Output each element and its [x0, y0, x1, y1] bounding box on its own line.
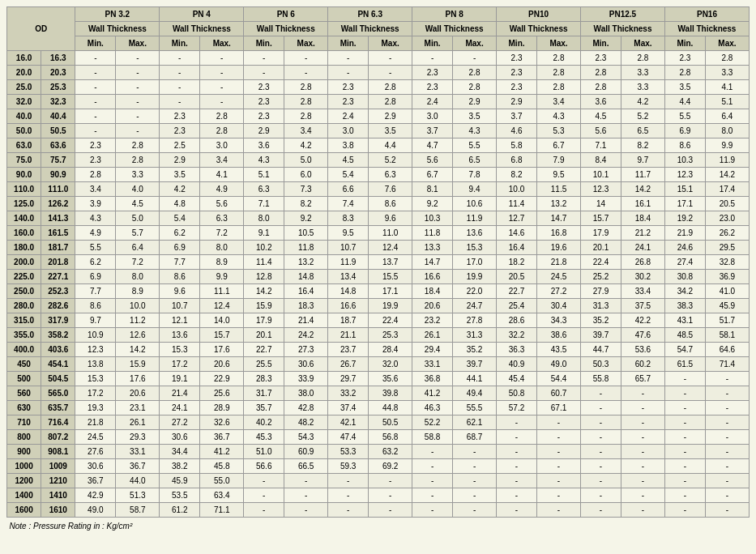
- data-cell: 2.8: [369, 95, 412, 109]
- data-cell: 14.2: [621, 182, 664, 197]
- table-row: 140.0141.34.35.05.46.38.09.28.39.610.311…: [7, 211, 750, 226]
- data-cell: 45.8: [200, 459, 244, 474]
- max-pn10: Max.: [536, 36, 580, 51]
- wt-pn63: Wall Thickness: [328, 22, 412, 36]
- data-cell: 57.2: [497, 401, 537, 416]
- data-cell: -: [621, 416, 664, 430]
- data-cell: 4.3: [453, 124, 497, 138]
- data-cell: 51.3: [116, 488, 160, 503]
- data-cell: -: [705, 459, 749, 474]
- min-pn4: Min.: [160, 36, 200, 51]
- data-cell: -: [412, 474, 453, 488]
- data-cell: 20.6: [200, 357, 244, 372]
- data-cell: -: [705, 386, 749, 401]
- data-cell: -: [705, 503, 749, 518]
- data-cell: 11.5: [536, 182, 580, 197]
- data-cell: 6.9: [75, 270, 116, 284]
- data-cell: -: [536, 445, 580, 459]
- table-row: 900908.127.633.134.441.251.060.953.363.2…: [7, 445, 750, 459]
- data-cell: -: [536, 430, 580, 445]
- od-min-cell: 200.0: [7, 255, 41, 270]
- od-min-cell: 630: [7, 401, 41, 416]
- data-cell: 10.6: [453, 197, 497, 211]
- min-pn6: Min.: [244, 36, 284, 51]
- data-cell: 12.3: [664, 168, 705, 182]
- data-cell: 26.8: [621, 255, 664, 270]
- data-cell: 11.4: [497, 197, 537, 211]
- data-cell: 4.1: [200, 168, 244, 182]
- data-cell: 17.0: [453, 255, 497, 270]
- data-cell: -: [453, 474, 497, 488]
- data-cell: 21.1: [328, 328, 369, 343]
- data-cell: 14.2: [705, 168, 749, 182]
- od-min-cell: 1200: [7, 474, 41, 488]
- data-cell: -: [75, 95, 116, 109]
- data-cell: 16.4: [284, 284, 328, 299]
- data-cell: 29.4: [412, 343, 453, 357]
- data-cell: 9.9: [705, 138, 749, 153]
- data-cell: 60.2: [621, 357, 664, 372]
- data-cell: 35.6: [369, 372, 412, 386]
- data-cell: 5.1: [244, 168, 284, 182]
- data-cell: 29.5: [705, 241, 749, 255]
- data-cell: -: [664, 386, 705, 401]
- data-cell: 22.9: [200, 372, 244, 386]
- data-cell: 4.8: [160, 197, 200, 211]
- od-max-cell: 32.3: [41, 95, 75, 109]
- data-cell: 23.2: [412, 313, 453, 328]
- data-cell: 32.2: [497, 328, 537, 343]
- data-cell: 49.0: [536, 357, 580, 372]
- table-row: 560565.017.220.621.425.631.738.033.239.8…: [7, 386, 750, 401]
- data-cell: 4.3: [244, 153, 284, 168]
- wt-pn4: Wall Thickness: [160, 22, 244, 36]
- data-cell: 3.3: [621, 80, 664, 95]
- data-cell: 5.5: [75, 241, 116, 255]
- od-max-cell: 403.6: [41, 343, 75, 357]
- data-cell: 14.2: [244, 284, 284, 299]
- data-cell: 11.4: [244, 255, 284, 270]
- data-cell: 12.1: [160, 313, 200, 328]
- data-cell: 18.4: [621, 211, 664, 226]
- data-cell: 2.8: [621, 51, 664, 66]
- data-cell: 20.1: [581, 241, 621, 255]
- data-cell: 2.3: [497, 66, 537, 80]
- data-cell: 14.8: [328, 284, 369, 299]
- data-cell: 12.7: [497, 211, 537, 226]
- data-cell: -: [75, 124, 116, 138]
- data-cell: 2.3: [497, 51, 537, 66]
- table-row: 400.0403.612.314.215.317.622.727.323.728…: [7, 343, 750, 357]
- data-cell: 22.0: [453, 284, 497, 299]
- data-cell: 30.8: [664, 270, 705, 284]
- data-cell: 18.7: [328, 313, 369, 328]
- data-cell: 5.4: [160, 211, 200, 226]
- data-cell: 39.8: [369, 386, 412, 401]
- data-cell: -: [705, 474, 749, 488]
- data-cell: 15.3: [160, 343, 200, 357]
- data-cell: 10.7: [328, 241, 369, 255]
- od-max-cell: 111.0: [41, 182, 75, 197]
- data-cell: -: [200, 95, 244, 109]
- data-cell: -: [75, 109, 116, 124]
- data-cell: -: [705, 416, 749, 430]
- data-cell: 3.3: [705, 66, 749, 80]
- data-cell: 11.8: [284, 241, 328, 255]
- min-pn125: Min.: [581, 36, 621, 51]
- data-cell: 8.0: [200, 241, 244, 255]
- table-row: 630635.719.323.124.128.935.742.837.444.8…: [7, 401, 750, 416]
- data-cell: 2.8: [453, 66, 497, 80]
- data-cell: 42.9: [75, 488, 116, 503]
- od-max-cell: 1610: [41, 503, 75, 518]
- data-cell: 11.0: [369, 226, 412, 241]
- data-cell: -: [581, 459, 621, 474]
- data-cell: 29.3: [116, 430, 160, 445]
- data-cell: -: [664, 416, 705, 430]
- data-cell: 2.8: [200, 109, 244, 124]
- data-cell: 9.5: [328, 226, 369, 241]
- od-min-cell: 500: [7, 372, 41, 386]
- od-min-cell: 280.0: [7, 299, 41, 313]
- data-cell: 15.9: [244, 299, 284, 313]
- data-cell: 13.2: [536, 197, 580, 211]
- table-row: 355.0358.210.912.613.615.720.124.221.125…: [7, 328, 750, 343]
- data-cell: -: [412, 445, 453, 459]
- data-cell: 64.6: [705, 343, 749, 357]
